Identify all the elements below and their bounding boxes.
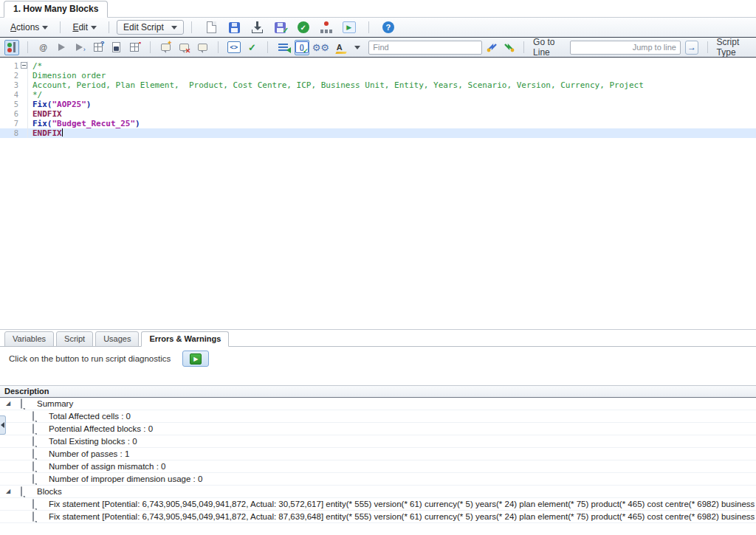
insert-variable-button[interactable] [54,40,69,55]
tree-row-label: Potential Affected blocks : 0 [49,424,153,433]
function-icon: @ [39,43,47,52]
diagnostics-hint: Click on the button to run script diagno… [9,354,171,363]
tree-row-label: Total Existing blocks : 0 [49,437,137,446]
tree-expand-icon[interactable]: ◢ [6,489,13,494]
find-input[interactable] [368,41,482,55]
tree-row-label: Number of passes : 1 [49,449,129,458]
separator [218,41,219,53]
separator [707,41,708,53]
chevron-down-icon [91,26,97,30]
tree-row[interactable]: Fix statement [Potential: 6,743,905,945,… [0,511,756,523]
code-view-button[interactable]: <> [227,40,241,55]
message-bubble-icon [21,487,31,496]
message-bubble-icon [32,437,43,446]
add-comment-button[interactable]: ✦ [159,40,173,55]
tree-row[interactable]: Number of assign mismatch : 0 [0,460,756,473]
save-button[interactable] [227,19,243,35]
code-text: /* [28,61,42,71]
actions-menu-label: Actions [10,22,39,32]
tab-errors-warnings[interactable]: Errors & Warnings [141,331,229,347]
menubar-icon-group: ✓ ✓ ▶ ? [204,19,396,35]
run-diagnostics-button[interactable]: ▶ [182,351,209,367]
member-selector-button[interactable] [4,40,19,55]
go-to-line-button[interactable]: → [685,41,698,55]
actions-menu[interactable]: Actions [6,21,52,34]
splitter-collapse-handle[interactable] [0,415,6,435]
new-document-button[interactable] [204,19,220,35]
deploy-button[interactable] [318,19,334,35]
launch-button[interactable]: ▶ [341,19,357,35]
message-bubble-icon [32,449,43,458]
validate-and-save-button[interactable]: ✓ [272,19,289,35]
code-editor[interactable]: 1/*2Dimension order3Account, Period, Pla… [0,58,756,330]
process-button[interactable]: ⚙⚙ [313,40,329,55]
find-group: Go to Line → Script Type [368,37,752,58]
separator [267,41,268,53]
code-text: ENDFIX [28,109,62,119]
line-number: 2 [0,71,28,80]
description-column-header[interactable]: Description [0,386,756,398]
jump-to-line-input[interactable] [570,41,681,55]
validate-button[interactable]: ✓ [295,19,312,35]
script-lines-button[interactable] [276,40,291,55]
tree-row[interactable]: ◢Blocks [0,486,756,498]
code-text: Fix("AOP25") [28,100,91,109]
remove-comment-button[interactable]: ✕ [177,40,192,55]
message-bubble-icon [21,399,31,408]
code-line[interactable]: 3Account, Period, Plan Element, Product,… [0,80,756,90]
tree-expand-icon[interactable]: ◢ [6,401,13,407]
tree-row[interactable]: Number of passes : 1 [0,448,756,460]
menubar: Actions Edit Edit Script ✓ ✓ ▶ ? [0,18,756,37]
document-tab-title: 1. How Many Blocks [13,4,98,14]
code-line[interactable]: 2Dimension order [0,71,756,80]
code-line[interactable]: 8ENDFIX [0,128,756,138]
find-previous-button[interactable] [487,42,498,52]
help-button[interactable]: ? [380,19,396,35]
tree-row-label: Fix statement [Potential: 6,743,905,945,… [49,512,756,521]
diagnostics-results: Description ◢SummaryTotal Affected cells… [0,385,756,523]
code-line[interactable]: 4*/ [0,90,756,100]
code-line[interactable]: 5Fix("AOP25") [0,100,756,109]
edit-script-dropdown[interactable]: Edit Script [117,20,184,35]
separator [109,21,109,33]
tree-row[interactable]: Fix statement [Potential: 6,743,905,945,… [0,498,756,511]
tab-script[interactable]: Script [56,331,93,347]
member-properties-button[interactable]: ? [91,40,106,55]
find-next-icon [503,42,515,52]
tab-usages[interactable]: Usages [95,331,139,347]
find-next-button[interactable] [503,42,515,52]
tree-row-label: Total Affected cells : 0 [49,412,131,421]
validate-syntax-icon: ✓ [248,42,256,53]
code-line[interactable]: 7Fix("Budget_Recut_25") [0,119,756,128]
code-line[interactable]: 1/* [0,61,756,71]
script-toolbar: @ › ? ▪ ✦ ✕ <> ✓ ()✓ ⚙⚙ A Go to Line [0,37,756,58]
tab-variables[interactable]: Variables [4,331,54,347]
insert-variable-2-button[interactable]: › [72,40,87,55]
toolbar-more-button[interactable] [351,40,365,55]
insert-function-button[interactable]: @ [36,40,51,55]
variable-icon [58,44,65,51]
fold-collapse-icon[interactable] [21,62,27,69]
comment-button[interactable] [195,40,210,55]
code-line[interactable]: 6ENDFIX [0,109,756,119]
tree-row[interactable]: ◢Summary [0,398,756,410]
help-icon: ? [382,21,394,33]
syntax-check-toggle[interactable]: ()✓ [295,40,309,55]
insert-template-button[interactable] [109,40,124,55]
tree-row[interactable]: Total Existing blocks : 0 [0,435,756,448]
smart-list-button[interactable]: ▪ [127,40,142,55]
validate-syntax-button[interactable]: ✓ [245,40,260,55]
tree-row-label: Summary [37,399,73,408]
syntax-highlight-button[interactable]: A [332,40,347,55]
tree-row[interactable]: Number of improper dimension usage : 0 [0,473,756,486]
edit-menu[interactable]: Edit [68,21,101,34]
import-button[interactable] [250,19,266,35]
line-number: 5 [0,100,28,109]
bottom-tab-bar: VariablesScriptUsagesErrors & Warnings [0,330,756,347]
tree-row[interactable]: Total Affected cells : 0 [0,410,756,423]
go-to-line-label: Go to Line [533,37,566,58]
import-icon [252,21,264,33]
document-tab[interactable]: 1. How Many Blocks [4,1,108,18]
tree-row[interactable]: Potential Affected blocks : 0 [0,423,756,435]
message-bubble-icon [32,412,43,421]
